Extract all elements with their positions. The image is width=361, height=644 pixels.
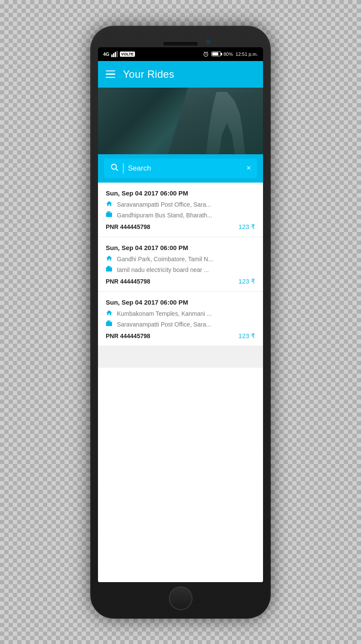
search-icon [110,163,119,174]
svg-rect-2 [115,52,116,57]
svg-line-10 [116,169,118,171]
alarm-icon [203,51,209,57]
svg-line-7 [204,52,205,52]
home-button[interactable] [169,586,193,610]
ride-footer: PNR 444445798 123 ₹ [106,278,255,285]
app-bar: Your Rides [98,61,263,88]
ride-from-text: Gandhi Park, Coimbatore, Tamil N... [117,256,213,262]
svg-point-9 [111,164,116,169]
rides-list: Sun, Sep 04 2017 06:00 PM Saravanampatti… [98,183,263,582]
signal-text: 4G [103,52,110,57]
ride-to-text: Saravanampatti Post Office, Sara... [117,321,211,328]
ride-to-row: Saravanampatti Post Office, Sara... [106,320,255,329]
home-icon [106,255,113,263]
search-input[interactable]: Search [128,164,242,173]
ride-to-row: tamil nadu electricity board near ... [106,266,255,274]
svg-line-8 [207,52,208,52]
list-footer [98,346,263,368]
ride-price: 123 ₹ [239,332,255,340]
ride-item[interactable]: Sun, Sep 04 2017 06:00 PM Saravanampatti… [98,183,263,237]
ride-date: Sun, Sep 04 2017 06:00 PM [106,299,255,306]
ride-from-row: Kumbakonam Temples, Kanmani ... [106,309,255,318]
ride-to-row: Gandhipuram Bus Stand, Bharath... [106,211,255,220]
pnr-number: PNR 444445798 [106,223,150,230]
pnr-number: PNR 444445798 [106,278,150,285]
ride-to-text: tamil nadu electricity board near ... [117,266,209,273]
ride-from-text: Kumbakonam Temples, Kanmani ... [117,310,212,317]
ride-price: 123 ₹ [239,278,255,285]
ride-item[interactable]: Sun, Sep 04 2017 06:00 PM Kumbakonam Tem… [98,292,263,346]
status-right: 80% 12:51 p.m. [203,51,258,57]
home-icon [106,309,113,318]
svg-rect-1 [113,53,114,57]
destination-icon [106,266,113,274]
hamburger-line-2 [106,73,115,75]
hamburger-line-1 [106,70,115,72]
ride-footer: PNR 444445798 123 ₹ [106,223,255,231]
ride-price: 123 ₹ [239,223,255,231]
signal-icon [111,51,118,57]
ride-from-text: Saravanampatti Post Office, Sara... [117,201,211,208]
battery-icon [211,52,221,56]
home-icon [106,200,113,209]
hamburger-line-3 [106,77,115,78]
ride-date: Sun, Sep 04 2017 06:00 PM [106,244,255,251]
ride-item[interactable]: Sun, Sep 04 2017 06:00 PM Gandhi Park, C… [98,237,263,292]
destination-icon [106,211,113,220]
svg-rect-0 [111,55,113,57]
ride-to-text: Gandhipuram Bus Stand, Bharath... [117,212,212,219]
search-bar: Search × [98,154,263,183]
battery-percent: 80% [223,52,233,57]
search-container: Search × [104,159,257,178]
search-clear-button[interactable]: × [246,164,251,173]
pnr-number: PNR 444445798 [106,333,150,339]
destination-icon [106,320,113,329]
ride-from-row: Gandhi Park, Coimbatore, Tamil N... [106,255,255,263]
ride-date: Sun, Sep 04 2017 06:00 PM [106,189,255,197]
status-left: 4G VOLTE [103,51,135,57]
status-bar: 4G VOLTE [98,47,263,61]
svg-rect-3 [116,51,118,57]
hero-image [98,88,263,154]
hamburger-menu-button[interactable] [106,70,115,78]
ride-footer: PNR 444445798 123 ₹ [106,332,255,340]
app-title: Your Rides [123,68,174,80]
phone-frame: 4G VOLTE [90,26,271,619]
ride-from-row: Saravanampatti Post Office, Sara... [106,200,255,209]
time-display: 12:51 p.m. [236,52,258,57]
phone-screen: 4G VOLTE [98,47,263,582]
volte-badge: VOLTE [120,52,135,57]
search-divider [123,163,124,174]
